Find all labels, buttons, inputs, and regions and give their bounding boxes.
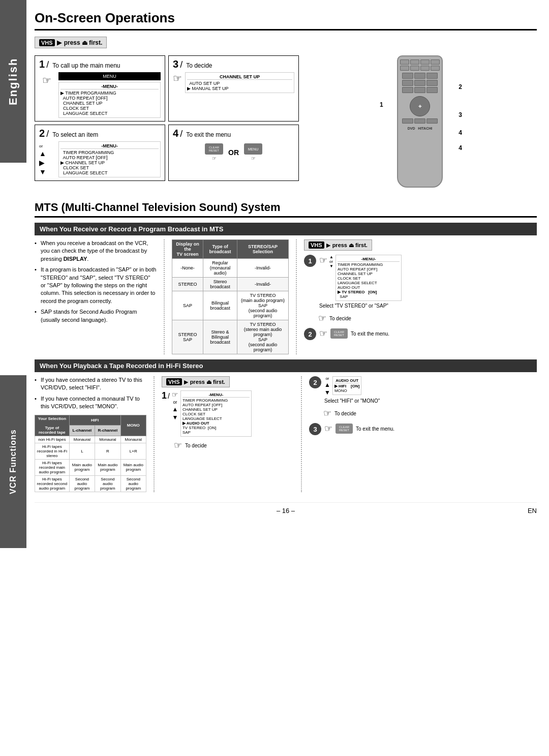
mts-arrow-btn: ▲or▼ <box>329 255 333 268</box>
on-screen-title: On-Screen Operations <box>35 10 537 31</box>
hifi-r2-type: Hi-Fi tapes recorded in Hi-Fi stereo <box>35 443 70 459</box>
mts-content: When you receive a broadcast on the VCR,… <box>35 239 537 354</box>
hifi-row-2: Hi-Fi tapes recorded in Hi-Fi stereo L R… <box>35 443 146 459</box>
mts-subsection1-header: When You Receive or Record a Program Bro… <box>35 223 537 235</box>
mts-col-type: Type ofbroadcast <box>203 240 237 259</box>
hifi-col-mono: MONO <box>120 415 146 436</box>
hand-mts-decide: ☞ <box>318 313 326 324</box>
steps-grid: 1 / To call up the main menu ☞ MENU <box>35 55 299 181</box>
hifi-col-l: L-channel <box>69 426 95 436</box>
hifi-step-1-center: 1 / ☞ or ▲ ▼ <box>162 390 294 437</box>
mts-row-2: STEREO Stereobroadcast -Invalid- <box>172 278 289 291</box>
hifi-menu-box: -MENU- TIMER PROGRAMMING AUTO REPEAT [OF… <box>180 390 252 437</box>
hifi-r2-mono: L+R <box>120 443 146 459</box>
mts-step-2-desc: To exit the menu. <box>351 331 389 337</box>
press-text-top: press ⏏ first. <box>64 39 103 46</box>
mts-r1-sel: -Invalid- <box>237 259 289 278</box>
mts-bullet-1: When you receive a broadcast on the VCR,… <box>35 239 157 263</box>
page-container: English VCR Functions On-Screen Operatio… <box>0 0 549 756</box>
page-number: – 16 – <box>277 507 295 515</box>
mts-r3-type: Bilingualbroadcast <box>203 291 237 320</box>
mts-r2-type: Stereobroadcast <box>203 278 237 291</box>
step-4-menu: MENU ☞ <box>244 143 262 161</box>
step-3-box: 3 / To decide ☞ CHANNEL SET UP AUTO SET … <box>168 55 299 122</box>
hifi-steps-right: 2 or ▲ ▼ AUDIO OUT <box>309 376 537 492</box>
vhs-press-bar-top: VHS ▶ press ⏏ first. <box>35 37 107 48</box>
hifi-row-3: Hi-Fi tapes recorded main audio program … <box>35 459 146 475</box>
hifi-r1-r: Monaural <box>95 436 120 443</box>
hifi-r4-type: Hi-Fi tapes recorded second audio progra… <box>35 475 70 492</box>
mts-row-1: -None- Regular(monaural audio) -Invalid- <box>172 259 289 278</box>
hifi-r3-r: Main audio program <box>95 459 120 475</box>
hand-mts-2: ☞ <box>319 328 327 339</box>
hifi-step-1-num: 1 <box>162 390 167 401</box>
tab-vcr: VCR Functions <box>0 375 26 548</box>
mts-step-1-circle: 1 <box>304 255 316 267</box>
mts-step-2-circle: 2 <box>304 328 316 340</box>
vhs-logo-mts: VHS <box>309 241 324 249</box>
hifi-r4-mono: Second audio program <box>120 475 146 492</box>
hand-hifi-3: ☞ <box>324 423 332 434</box>
step-1-number: 1 <box>39 59 45 69</box>
vhs-logo-top: VHS <box>39 39 55 46</box>
mts-bullets: When you receive a broadcast on the VCR,… <box>35 239 157 354</box>
remote-num-4b: 4 <box>459 144 462 152</box>
remote-num-2: 2 <box>459 83 462 90</box>
hifi-r4-r: Second audio program <box>95 475 120 492</box>
hifi-section: When You Playback a Tape Recorded in Hi-… <box>35 359 537 492</box>
clear-reset-mts: CLEARRESET <box>330 328 348 339</box>
left-tabs: English VCR Functions <box>0 0 26 756</box>
hifi-col-hifi: HIFI <box>69 415 120 426</box>
vhs-press-hifi: VHS ▶ press ⏏ first. <box>162 376 230 387</box>
hifi-r1-type: non Hi-Fi tapes <box>35 436 70 443</box>
hand-icon-3: ☞ <box>173 72 182 84</box>
mts-r4-sel: TV STEREO(stereo main audio program)SAP(… <box>237 320 289 354</box>
mts-step-2-content: ☞ CLEARRESET To exit the menu. <box>319 328 537 339</box>
hifi-decide-row: ☞ To decide <box>174 440 294 451</box>
step-2-label: To select an item <box>52 131 98 138</box>
remote-num-1: 1 <box>380 101 383 108</box>
mts-r1-type: Regular(monaural audio) <box>203 259 237 278</box>
hifi-r1-l: Monaural <box>69 436 95 443</box>
remote-right: ✚ DVD HITACHI 2 3 <box>303 55 537 193</box>
main-content: On-Screen Operations VHS ▶ press ⏏ first… <box>26 0 549 756</box>
mts-r4-display: STEREOSAP <box>172 320 203 354</box>
dotted-sep-hifi-2 <box>301 376 302 492</box>
hand-mts-1: ☞ <box>319 255 327 266</box>
hifi-content: If you have connected a stereo TV to thi… <box>35 376 537 492</box>
hand-hifi-1: ☞ <box>172 390 178 399</box>
hifi-r3-type: Hi-Fi tapes recorded main audio program <box>35 459 70 475</box>
step-2-content: -MENU- TIMER PROGRAMMING AUTO REPEAT [OF… <box>58 141 161 177</box>
step-2-number: 2 <box>39 128 45 138</box>
mts-title: MTS (Multi-Channel Television Sound) Sys… <box>35 201 537 218</box>
dotted-sep-hifi-1 <box>154 376 155 492</box>
or-text-4: OR <box>228 148 239 157</box>
display-bold: DISPLAY <box>64 256 87 262</box>
page-footer: – 16 – EN <box>35 502 537 515</box>
hand-icon-2a: ▲ <box>39 149 46 158</box>
hifi-step-2-arrows: or ▲ ▼ <box>324 376 330 396</box>
mts-section: MTS (Multi-Channel Television Sound) Sys… <box>35 201 537 492</box>
press-icon-mts: ▶ <box>326 242 330 249</box>
step-4-number: 4 <box>173 128 178 138</box>
dotted-sep-2 <box>296 239 297 354</box>
hifi-table: Your SelectionType of recorded tape HIFI… <box>35 415 146 492</box>
hifi-step-3-circle: 3 <box>309 423 321 435</box>
hifi-center: VHS ▶ press ⏏ first. 1 / <box>162 376 294 492</box>
hifi-step-2-desc: Select "HIFI" or "MONO" <box>324 398 537 404</box>
steps-left: 1 / To call up the main menu ☞ MENU <box>35 55 299 193</box>
hifi-r2-r: R <box>95 443 120 459</box>
hifi-step-2-row: 2 or ▲ ▼ AUDIO OUT <box>309 376 537 404</box>
hifi-r1-mono: Monaural <box>120 436 146 443</box>
press-icon-top: ▶ <box>57 39 62 46</box>
press-text-mts: press ⏏ first. <box>332 242 368 249</box>
hifi-to-decide-text: To decide <box>334 411 356 416</box>
clear-reset-hifi: CLEARRESET <box>336 424 353 434</box>
step-4-box: 4 / To exit the menu CLEARRESET ☞ OR ME <box>168 125 299 181</box>
mts-step-1-row: 1 ☞ ▲or▼ -MENU- TIMER PROGRAMMING <box>304 255 537 309</box>
step-3-label: To decide <box>186 62 212 69</box>
hifi-r3-l: Main audio program <box>69 459 95 475</box>
step-2-box: 2 / To select an item or ▲ ▶ ▼ <box>35 125 165 181</box>
step-4-clear: CLEARRESET ☞ <box>205 143 223 161</box>
hand-icon-1: ☞ <box>42 74 51 86</box>
